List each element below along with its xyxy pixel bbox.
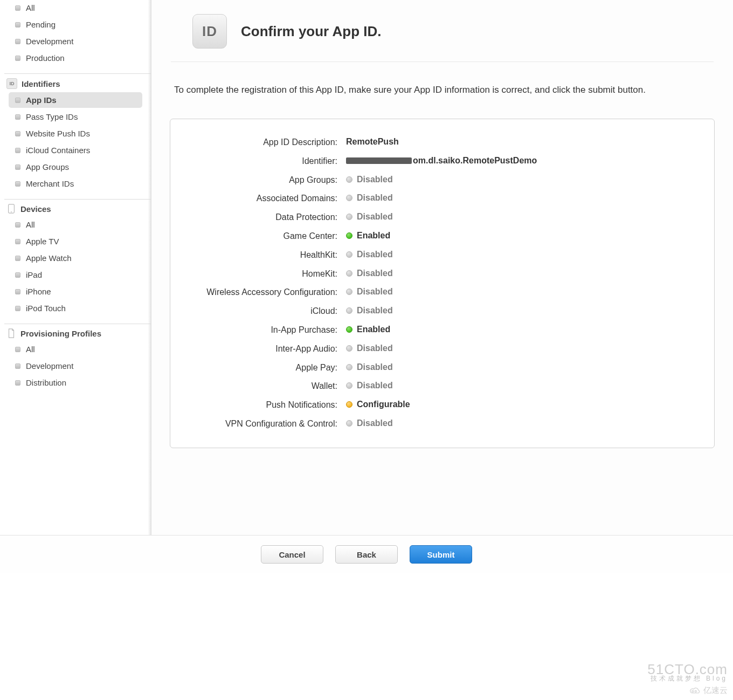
- sidebar-item-label: All: [26, 345, 35, 354]
- summary-panel: App ID Description: RemotePush Identifie…: [170, 119, 715, 448]
- field-label: In-App Purchase:: [181, 325, 343, 336]
- field-value: Disabled: [357, 250, 393, 259]
- bullet-icon: [15, 380, 20, 386]
- sidebar-item-label: iCloud Containers: [26, 146, 90, 155]
- sidebar-heading-identifiers[interactable]: ID Identifiers: [4, 73, 151, 92]
- bullet-icon: [15, 222, 20, 228]
- sidebar-item-icloud-containers[interactable]: iCloud Containers: [9, 142, 142, 158]
- row-service: HealthKit:Disabled: [181, 246, 703, 265]
- field-label: Push Notifications:: [181, 400, 343, 411]
- status-dot-icon: [346, 401, 352, 408]
- sidebar-item-website-push-ids[interactable]: Website Push IDs: [9, 126, 142, 141]
- sidebar-heading-devices[interactable]: Devices: [4, 199, 151, 217]
- sidebar-item-dev-iphone[interactable]: iPhone: [9, 284, 142, 299]
- status-dot-icon: [346, 364, 352, 370]
- sidebar-item-dev-applewatch[interactable]: Apple Watch: [9, 250, 142, 266]
- sidebar-item-label: Merchant IDs: [26, 179, 74, 188]
- bullet-icon: [15, 22, 20, 28]
- page-header: ID Confirm your App ID.: [171, 0, 714, 62]
- sidebar-item-prof-all[interactable]: All: [9, 341, 142, 357]
- bullet-icon: [15, 272, 20, 278]
- sidebar-item-dev-ipad[interactable]: iPad: [9, 267, 142, 283]
- field-value: Disabled: [357, 269, 393, 278]
- sidebar-item-prof-development[interactable]: Development: [9, 358, 142, 374]
- row-service: HomeKit:Disabled: [181, 265, 703, 284]
- field-label: Game Center:: [181, 231, 343, 242]
- sidebar-item-pass-type-ids[interactable]: Pass Type IDs: [9, 109, 142, 125]
- row-service: iCloud:Disabled: [181, 302, 703, 321]
- field-value: Disabled: [357, 193, 393, 203]
- field-label: Associated Domains:: [181, 193, 343, 204]
- app-id-badge-icon: ID: [192, 14, 227, 49]
- main-content: ID Confirm your App ID. To complete the …: [151, 0, 733, 566]
- row-service: Game Center:Enabled: [181, 227, 703, 246]
- field-value: Disabled: [357, 287, 393, 297]
- field-value: Disabled: [357, 212, 393, 222]
- cancel-button[interactable]: Cancel: [261, 545, 323, 564]
- sidebar-item-cert-all[interactable]: All: [9, 0, 142, 16]
- submit-button[interactable]: Submit: [410, 545, 472, 564]
- footer-bar: Cancel Back Submit: [0, 535, 733, 573]
- field-value: Disabled: [357, 306, 393, 315]
- row-service: Associated Domains:Disabled: [181, 189, 703, 208]
- sidebar-item-label: Apple Watch: [26, 253, 72, 263]
- sidebar-heading-label: Identifiers: [22, 79, 60, 88]
- instruction-text: To complete the registration of this App…: [151, 71, 733, 102]
- sidebar-item-label: Production: [26, 53, 65, 63]
- sidebar-item-label: iPhone: [26, 287, 51, 296]
- row-description: App ID Description: RemotePush: [181, 133, 703, 152]
- sidebar-item-cert-development[interactable]: Development: [9, 33, 142, 49]
- status-dot-icon: [346, 270, 352, 277]
- field-value: Disabled: [357, 381, 393, 390]
- status-dot-icon: [346, 382, 352, 389]
- row-service: App Groups:Disabled: [181, 171, 703, 190]
- sidebar-item-dev-all[interactable]: All: [9, 217, 142, 232]
- sidebar-item-app-ids[interactable]: App IDs: [9, 92, 142, 108]
- sidebar: All Pending Development Production ID Id…: [0, 0, 151, 566]
- sidebar-item-dev-appletv[interactable]: Apple TV: [9, 234, 142, 249]
- sidebar-item-label: App Groups: [26, 162, 69, 171]
- sidebar-item-label: All: [26, 220, 35, 229]
- sidebar-group-identifiers: App IDs Pass Type IDs Website Push IDs i…: [4, 92, 151, 191]
- field-value: Configurable: [357, 400, 410, 409]
- sidebar-item-label: iPod Touch: [26, 304, 66, 313]
- bullet-icon: [15, 148, 20, 153]
- status-dot-icon: [346, 420, 352, 427]
- sidebar-item-label: Development: [26, 361, 73, 370]
- field-label: Wireless Accessory Configuration:: [181, 287, 343, 298]
- sidebar-item-cert-production[interactable]: Production: [9, 50, 142, 66]
- sidebar-item-label: Pending: [26, 20, 56, 29]
- bullet-icon: [15, 39, 20, 44]
- sidebar-item-merchant-ids[interactable]: Merchant IDs: [9, 176, 142, 191]
- watermark-secondary: 亿速云: [703, 685, 728, 696]
- bullet-icon: [15, 363, 20, 369]
- bullet-icon: [15, 347, 20, 352]
- field-value: Disabled: [357, 418, 393, 428]
- id-badge-icon: ID: [6, 78, 17, 89]
- row-identifier: Identifier: om.dl.saiko.RemotePustDemo: [181, 152, 703, 171]
- row-service: Wireless Accessory Configuration:Disable…: [181, 283, 703, 302]
- page-title: Confirm your App ID.: [241, 23, 381, 40]
- sidebar-item-dev-ipod[interactable]: iPod Touch: [9, 300, 142, 316]
- back-button[interactable]: Back: [335, 545, 398, 564]
- sidebar-item-label: Distribution: [26, 378, 66, 387]
- status-dot-icon: [346, 289, 352, 295]
- sidebar-item-label: App IDs: [26, 95, 57, 105]
- sidebar-group-profiles: All Development Distribution: [4, 341, 151, 390]
- status-dot-icon: [346, 345, 352, 352]
- sidebar-group-certificates: All Pending Development Production: [4, 0, 151, 66]
- field-value: Disabled: [357, 362, 393, 372]
- sidebar-group-devices: All Apple TV Apple Watch iPad iPhone iPo…: [4, 217, 151, 316]
- field-label: Identifier:: [181, 156, 343, 167]
- sidebar-heading-profiles[interactable]: Provisioning Profiles: [4, 324, 151, 341]
- sidebar-item-label: Pass Type IDs: [26, 112, 78, 121]
- field-value: Disabled: [357, 344, 393, 353]
- bullet-icon: [15, 239, 20, 244]
- watermark-sub: 技术成就梦想 Blog: [647, 676, 728, 682]
- row-service: Wallet:Disabled: [181, 377, 703, 396]
- sidebar-item-cert-pending[interactable]: Pending: [9, 17, 142, 32]
- sidebar-item-label: iPad: [26, 270, 42, 279]
- sidebar-item-app-groups[interactable]: App Groups: [9, 159, 142, 175]
- sidebar-item-prof-distribution[interactable]: Distribution: [9, 375, 142, 390]
- redacted-prefix: [346, 157, 412, 164]
